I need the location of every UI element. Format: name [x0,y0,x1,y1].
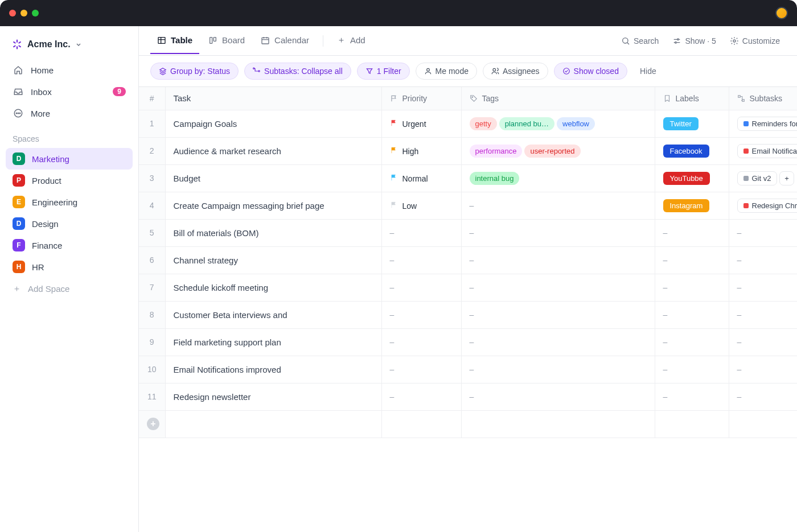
view-tab-add[interactable]: ＋ Add [330,27,372,55]
sidebar-space-item[interactable]: FFinance [6,234,133,256]
label-pill[interactable]: Instagram [663,199,710,212]
labels-cell[interactable]: – [655,274,729,301]
priority-cell[interactable]: – [381,328,461,356]
subtasks-cell[interactable]: Email Notificat [729,137,797,164]
subtasks-cell[interactable]: – [729,219,797,246]
task-name-cell[interactable]: Channel strategy [165,246,381,274]
subtasks-cell[interactable]: Redesign Chro [729,192,797,219]
show-closed-chip[interactable]: Show closed [554,63,627,80]
close-window-button[interactable] [9,10,16,17]
task-name-cell[interactable]: Redesign newsletter [165,383,381,410]
task-name-cell[interactable]: Field marketing support plan [165,328,381,356]
priority-cell[interactable]: – [381,219,461,246]
subtasks-cell[interactable]: – [729,356,797,383]
sidebar-space-item[interactable]: PProduct [6,170,133,191]
user-avatar[interactable] [775,7,788,19]
add-row[interactable]: + [139,410,165,438]
table-row[interactable]: 3 Budget Normal internal bug YouTubbe Gi… [139,164,797,192]
task-name-cell[interactable]: Bill of materials (BOM) [165,219,381,246]
me-mode-chip[interactable]: Me mode [416,63,477,80]
subtasks-cell[interactable]: Reminders for [729,110,797,137]
col-header-number[interactable]: # [139,87,165,110]
sidebar-space-item[interactable]: DMarketing [6,148,133,170]
task-name-cell[interactable]: Audience & market research [165,137,381,164]
priority-cell[interactable]: Normal [381,164,461,192]
view-tab-table[interactable]: Table [150,27,199,54]
add-subtask-button[interactable]: + [779,171,794,185]
tag-pill[interactable]: getty [470,117,497,130]
tags-cell[interactable]: performanceuser-reported [461,137,655,164]
table-row[interactable]: 2 Audience & market research High perfor… [139,137,797,164]
tags-cell[interactable]: gettyplanned bu…webflow [461,110,655,137]
table-row[interactable]: 6 Channel strategy – – – – [139,246,797,274]
tags-cell[interactable]: – [461,192,655,219]
tags-cell[interactable]: – [461,301,655,328]
tag-pill[interactable]: internal bug [470,172,520,185]
sidebar-space-item[interactable]: HHR [6,256,133,278]
priority-cell[interactable]: – [381,246,461,274]
add-space-button[interactable]: ＋ Add Space [6,278,133,300]
tag-pill[interactable]: performance [470,145,523,158]
tags-cell[interactable]: – [461,383,655,410]
task-name-cell[interactable]: Schedule kickoff meeting [165,274,381,301]
labels-cell[interactable]: Facebook [655,137,729,164]
subtasks-cell[interactable]: – [729,246,797,274]
subtask-chip[interactable]: Git v2 [737,171,778,185]
labels-cell[interactable]: – [655,328,729,356]
tags-cell[interactable]: – [461,219,655,246]
col-header-labels[interactable]: Labels [655,87,729,110]
col-header-priority[interactable]: Priority [381,87,461,110]
customize-button[interactable]: Customize [724,33,786,49]
nav-home[interactable]: Home [6,59,133,81]
table-row[interactable]: 1 Campaign Goals Urgent gettyplanned bu…… [139,110,797,137]
col-header-subtasks[interactable]: Subtasks [729,87,797,110]
tag-pill[interactable]: user-reported [524,145,580,158]
priority-cell[interactable]: – [381,356,461,383]
subtasks-cell[interactable]: – [729,301,797,328]
labels-cell[interactable]: – [655,356,729,383]
priority-cell[interactable]: – [381,301,461,328]
tags-cell[interactable]: – [461,328,655,356]
subtasks-cell[interactable]: – [729,383,797,410]
priority-cell[interactable]: Low [381,192,461,219]
tag-pill[interactable]: planned bu… [499,117,554,130]
show-columns-button[interactable]: Show · 5 [667,33,721,49]
labels-cell[interactable]: – [655,219,729,246]
maximize-window-button[interactable] [32,10,39,17]
subtask-chip[interactable]: Reminders for [737,117,798,131]
sidebar-space-item[interactable]: EEngineering [6,191,133,213]
task-name-cell[interactable]: Campaign Goals [165,110,381,137]
subtasks-cell[interactable]: Git v2 + [729,164,797,192]
label-pill[interactable]: Twitter [663,117,699,130]
priority-cell[interactable]: High [381,137,461,164]
nav-more[interactable]: More [6,102,133,124]
group-by-chip[interactable]: Group by: Status [150,63,239,80]
labels-cell[interactable]: Twitter [655,110,729,137]
subtasks-chip[interactable]: Subtasks: Collapse all [244,63,351,80]
table-row[interactable]: 4 Create Campaign messaging brief page L… [139,192,797,219]
task-name-cell[interactable]: Customer Beta interviews and [165,301,381,328]
tags-cell[interactable]: – [461,246,655,274]
minimize-window-button[interactable] [20,10,27,17]
search-button[interactable]: Search [615,33,664,49]
labels-cell[interactable]: Instagram [655,192,729,219]
labels-cell[interactable]: – [655,301,729,328]
view-tab-board[interactable]: Board [202,27,252,54]
tags-cell[interactable]: – [461,274,655,301]
subtask-chip[interactable]: Email Notificat [737,144,798,158]
workspace-switcher[interactable]: Acme Inc. [6,34,133,59]
label-pill[interactable]: Facebook [663,145,709,158]
labels-cell[interactable]: YouTubbe [655,164,729,192]
nav-inbox[interactable]: Inbox 9 [6,81,133,102]
table-row[interactable]: 9 Field marketing support plan – – – – [139,328,797,356]
sidebar-space-item[interactable]: DDesign [6,213,133,234]
priority-cell[interactable]: – [381,274,461,301]
table-row[interactable]: 11 Redesign newsletter – – – – [139,383,797,410]
tags-cell[interactable]: – [461,356,655,383]
filter-chip[interactable]: 1 Filter [357,63,410,80]
task-name-cell[interactable]: Email Notifications improved [165,356,381,383]
table-row[interactable]: 7 Schedule kickoff meeting – – – – [139,274,797,301]
priority-cell[interactable]: Urgent [381,110,461,137]
tags-cell[interactable]: internal bug [461,164,655,192]
task-name-cell[interactable]: Create Campaign messaging brief page [165,192,381,219]
